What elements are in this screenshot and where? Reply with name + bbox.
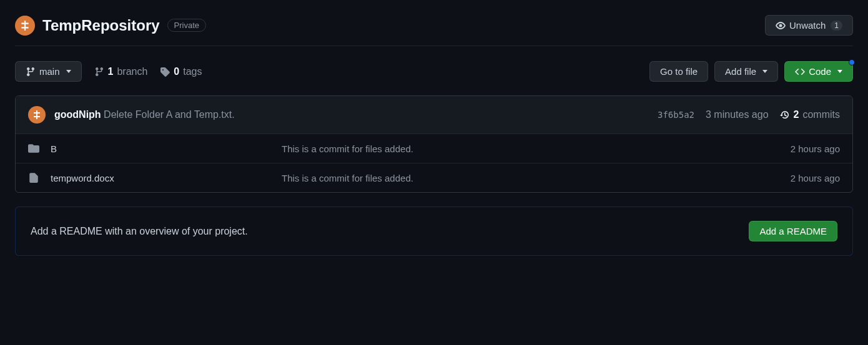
- history-icon: [780, 110, 790, 120]
- branches-link[interactable]: 1 branch: [94, 66, 148, 77]
- add-file-label: Add file: [725, 66, 756, 77]
- branch-label: branch: [117, 66, 147, 77]
- visibility-badge: Private: [167, 19, 206, 32]
- commit-hash[interactable]: 3f6b5a2: [658, 110, 694, 120]
- tag-label: tags: [183, 66, 202, 77]
- branch-icon: [94, 67, 104, 77]
- commit-time: 3 minutes ago: [706, 109, 769, 120]
- commit-author[interactable]: goodNiph: [54, 109, 101, 120]
- author-avatar[interactable]: [28, 106, 46, 124]
- repo-header: TempRepository Private Unwatch 1: [15, 15, 853, 46]
- commits-count: 2: [794, 109, 799, 120]
- file-commit-message[interactable]: This is a commit for files added.: [282, 143, 746, 154]
- controls-row: main 1 branch 0 tags Go to file Add file: [15, 61, 853, 82]
- caret-down-icon: [837, 70, 842, 73]
- file-name[interactable]: B: [51, 143, 282, 154]
- branch-icon: [26, 67, 36, 77]
- readme-prompt: Add a README with an overview of your pr…: [15, 207, 853, 256]
- caret-down-icon: [66, 70, 71, 73]
- repo-name[interactable]: TempRepository: [42, 17, 160, 34]
- repo-avatar: [15, 16, 35, 36]
- latest-commit-bar: goodNiph Delete Folder A and Temp.txt. 3…: [16, 96, 852, 134]
- tags-link[interactable]: 0 tags: [160, 66, 202, 77]
- tag-count: 0: [174, 66, 179, 77]
- unwatch-button[interactable]: Unwatch 1: [765, 15, 853, 36]
- add-readme-button[interactable]: Add a README: [749, 221, 837, 241]
- tag-icon: [160, 67, 170, 77]
- go-to-file-button[interactable]: Go to file: [649, 61, 708, 82]
- file-row[interactable]: tempword.docxThis is a commit for files …: [16, 163, 852, 192]
- file-time: 2 hours ago: [746, 173, 840, 183]
- file-icon: [28, 172, 39, 183]
- branch-selector[interactable]: main: [15, 61, 82, 82]
- file-commit-message[interactable]: This is a commit for files added.: [282, 173, 746, 183]
- add-file-button[interactable]: Add file: [714, 61, 778, 82]
- eye-icon: [776, 21, 786, 31]
- branch-count: 1: [108, 66, 114, 77]
- folder-icon: [28, 143, 39, 154]
- caret-down-icon: [762, 70, 767, 73]
- code-label: Code: [809, 66, 831, 77]
- commits-label: commits: [802, 109, 840, 120]
- indicator-dot: [849, 59, 855, 66]
- branch-name: main: [39, 66, 60, 77]
- commits-link[interactable]: 2 commits: [780, 109, 840, 120]
- repo-file-listing: goodNiph Delete Folder A and Temp.txt. 3…: [15, 95, 853, 193]
- watch-count: 1: [831, 21, 842, 31]
- file-time: 2 hours ago: [746, 143, 840, 154]
- commit-message[interactable]: Delete Folder A and Temp.txt.: [104, 109, 235, 120]
- unwatch-label: Unwatch: [789, 20, 826, 31]
- file-name[interactable]: tempword.docx: [51, 173, 282, 183]
- file-row[interactable]: BThis is a commit for files added.2 hour…: [16, 134, 852, 163]
- code-icon: [795, 67, 805, 77]
- code-button[interactable]: Code: [784, 61, 853, 82]
- readme-prompt-text: Add a README with an overview of your pr…: [31, 226, 248, 237]
